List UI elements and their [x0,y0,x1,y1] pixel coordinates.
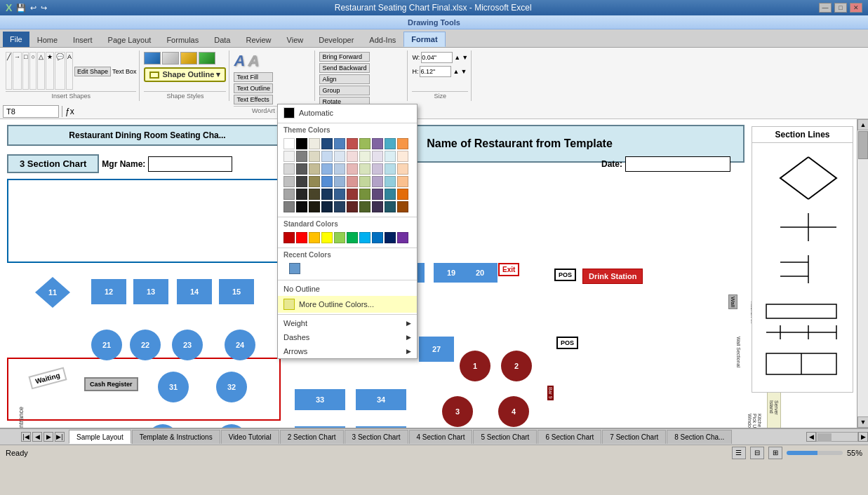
theme-color-9[interactable] [397,138,408,149]
circle-tool[interactable]: ○ [29,52,36,90]
theme-color-55[interactable] [347,201,358,212]
std-color-6[interactable] [359,232,370,243]
tab-home[interactable]: Home [29,32,65,47]
std-color-1[interactable] [296,232,307,243]
theme-color-19[interactable] [397,151,408,162]
automatic-color-option[interactable]: Automatic [278,104,417,121]
theme-color-18[interactable] [385,151,396,162]
theme-color-13[interactable] [321,151,333,162]
theme-color-33[interactable] [321,176,333,187]
page-break-view-button[interactable]: ⊞ [768,447,782,459]
theme-color-2[interactable] [309,138,320,149]
theme-color-23[interactable] [321,163,333,175]
tab-developer[interactable]: Developer [311,32,361,47]
edit-shape-button[interactable]: Edit Shape [74,67,111,76]
triangle-tool[interactable]: △ [37,52,45,90]
theme-color-51[interactable] [296,201,307,212]
theme-color-15[interactable] [347,151,358,162]
tab-formulas[interactable]: Formulas [159,32,206,47]
theme-color-37[interactable] [372,176,383,187]
tab-insert[interactable]: Insert [65,32,100,47]
theme-color-3[interactable] [321,138,333,149]
theme-color-52[interactable] [309,201,320,212]
theme-color-59[interactable] [397,201,408,212]
vertical-scrollbar[interactable]: ▲ ▼ [857,119,868,428]
text-effects-button[interactable]: Text Effects [234,95,273,104]
theme-color-12[interactable] [309,151,320,162]
sheet-tab-7section[interactable]: 7 Section Chart [602,430,666,444]
h-scroll-right[interactable]: ▶ [858,432,868,442]
quick-access-undo[interactable]: ↩ [30,4,36,13]
width-spin-up[interactable]: ▲ [454,54,460,61]
theme-color-58[interactable] [385,201,396,212]
shape-style-3[interactable] [180,52,197,65]
theme-color-49[interactable] [397,189,408,200]
arrow-tool[interactable]: → [13,52,22,90]
tab-next-button[interactable]: ▶ [44,432,53,442]
theme-color-32[interactable] [309,176,320,187]
tab-last-button[interactable]: ▶| [55,432,65,442]
theme-color-22[interactable] [309,163,320,175]
h-scroll-left[interactable]: ◀ [806,432,816,442]
height-spin-down[interactable]: ▼ [460,68,467,75]
theme-color-54[interactable] [334,201,345,212]
theme-color-28[interactable] [385,163,396,175]
theme-color-17[interactable] [372,151,383,162]
theme-color-35[interactable] [347,176,358,187]
text-fill-button[interactable]: Text Fill [234,72,273,82]
align-button[interactable]: Align [319,74,369,84]
width-input[interactable] [421,52,453,63]
std-color-0[interactable] [283,232,295,243]
theme-color-57[interactable] [372,201,383,212]
theme-color-8[interactable] [385,138,396,149]
theme-color-46[interactable] [359,189,370,200]
tab-view[interactable]: View [279,32,312,47]
h-scroll-track[interactable] [816,432,858,442]
normal-view-button[interactable]: ☰ [732,447,746,459]
theme-color-16[interactable] [359,151,370,162]
function-wizard-button[interactable]: ƒx [65,107,74,116]
recent-color-swatch[interactable] [289,263,300,274]
std-color-9[interactable] [397,232,408,243]
scroll-down-button[interactable]: ▼ [857,416,868,428]
quick-access-save[interactable]: 💾 [16,4,26,13]
theme-color-20[interactable] [283,163,295,175]
theme-color-34[interactable] [334,176,345,187]
page-layout-view-button[interactable]: ⊟ [750,447,764,459]
theme-color-11[interactable] [296,151,307,162]
std-color-2[interactable] [309,232,320,243]
mgr-name-input[interactable] [148,156,232,172]
theme-color-14[interactable] [334,151,345,162]
theme-color-10[interactable] [283,151,295,162]
theme-color-31[interactable] [296,176,307,187]
sheet-tab-4section[interactable]: 4 Section Chart [409,430,473,444]
dashes-option[interactable]: Dashes ▶ [278,330,417,344]
theme-color-39[interactable] [397,176,408,187]
theme-color-4[interactable] [334,138,345,149]
sheet-tab-sample-layout[interactable]: Sample Layout [69,430,131,444]
theme-color-0[interactable] [283,138,295,149]
sheet-tab-8section[interactable]: 8 Section Cha... [667,430,732,444]
close-button[interactable]: ✕ [850,3,862,13]
theme-color-5[interactable] [347,138,358,149]
theme-color-41[interactable] [296,189,307,200]
group-button[interactable]: Group [319,86,369,95]
tab-data[interactable]: Data [206,32,238,47]
more-outline-option[interactable]: More Outline Colors... [278,296,417,313]
theme-color-29[interactable] [397,163,408,175]
theme-color-48[interactable] [385,189,396,200]
tab-page-layout[interactable]: Page Layout [100,32,159,47]
scroll-track[interactable] [857,130,868,416]
theme-color-44[interactable] [334,189,345,200]
theme-color-7[interactable] [372,138,383,149]
theme-color-6[interactable] [359,138,370,149]
tab-file[interactable]: File [3,32,29,47]
star-tool[interactable]: ★ [46,52,54,90]
sheet-tab-2section[interactable]: 2 Section Chart [280,430,344,444]
send-backward-button[interactable]: Send Backward [319,63,369,73]
std-color-5[interactable] [347,232,358,243]
theme-color-36[interactable] [359,176,370,187]
shape-style-2[interactable] [162,52,179,65]
std-color-4[interactable] [334,232,345,243]
h-scroll-thumb[interactable] [817,433,832,442]
